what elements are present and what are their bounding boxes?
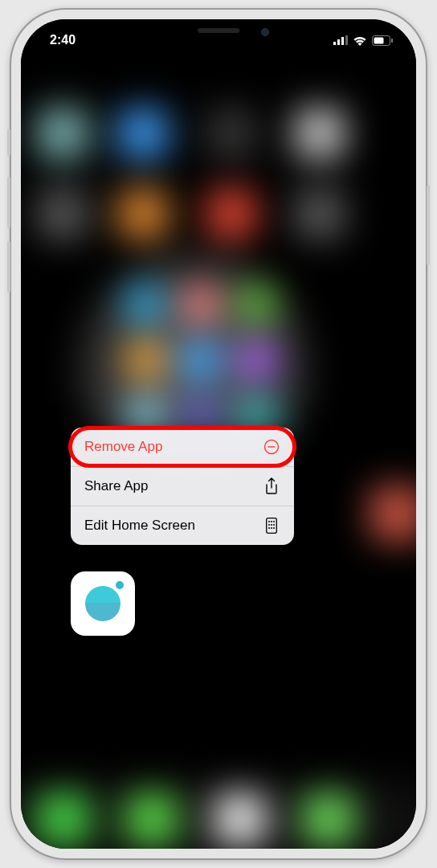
- svg-point-11: [271, 521, 272, 522]
- svg-point-18: [273, 527, 275, 529]
- status-indicators: [333, 31, 394, 46]
- phone-frame: 2:40: [10, 8, 427, 860]
- svg-rect-3: [345, 35, 348, 45]
- remove-icon: [263, 438, 280, 456]
- remove-app-label: Remove App: [84, 439, 162, 455]
- svg-point-13: [268, 524, 270, 526]
- battery-icon: [372, 35, 394, 46]
- side-button: [427, 185, 430, 265]
- app-icon-badge-dot: [116, 581, 124, 589]
- mute-switch: [7, 129, 10, 156]
- svg-point-15: [273, 524, 275, 526]
- selected-app-icon[interactable]: [71, 571, 135, 636]
- status-time: 2:40: [43, 28, 76, 47]
- app-icon-graphic: [85, 586, 120, 621]
- wifi-icon: [353, 35, 367, 46]
- remove-app-menu-item[interactable]: Remove App: [71, 428, 294, 467]
- svg-point-12: [273, 521, 275, 522]
- speaker: [198, 28, 239, 33]
- edit-home-screen-menu-item[interactable]: Edit Home Screen: [71, 506, 294, 545]
- edit-home-screen-label: Edit Home Screen: [84, 518, 195, 534]
- svg-rect-0: [333, 42, 336, 45]
- phone-screen: 2:40: [21, 19, 416, 849]
- svg-rect-1: [337, 39, 340, 45]
- share-app-menu-item[interactable]: Share App: [71, 467, 294, 506]
- share-app-label: Share App: [84, 478, 148, 494]
- share-icon: [263, 477, 280, 495]
- notch: [134, 19, 303, 45]
- app-context-menu: Remove App Share App Edit Home Screen: [71, 428, 294, 545]
- svg-rect-6: [391, 39, 393, 43]
- svg-rect-5: [374, 37, 384, 43]
- svg-rect-2: [341, 37, 344, 45]
- cellular-signal-icon: [333, 35, 348, 45]
- volume-up-button: [7, 177, 10, 228]
- svg-point-16: [268, 527, 270, 529]
- svg-point-14: [271, 524, 272, 526]
- apps-grid-icon: [263, 517, 280, 534]
- svg-point-17: [271, 527, 272, 529]
- volume-down-button: [7, 241, 10, 293]
- svg-point-10: [268, 521, 270, 522]
- front-camera: [261, 28, 269, 36]
